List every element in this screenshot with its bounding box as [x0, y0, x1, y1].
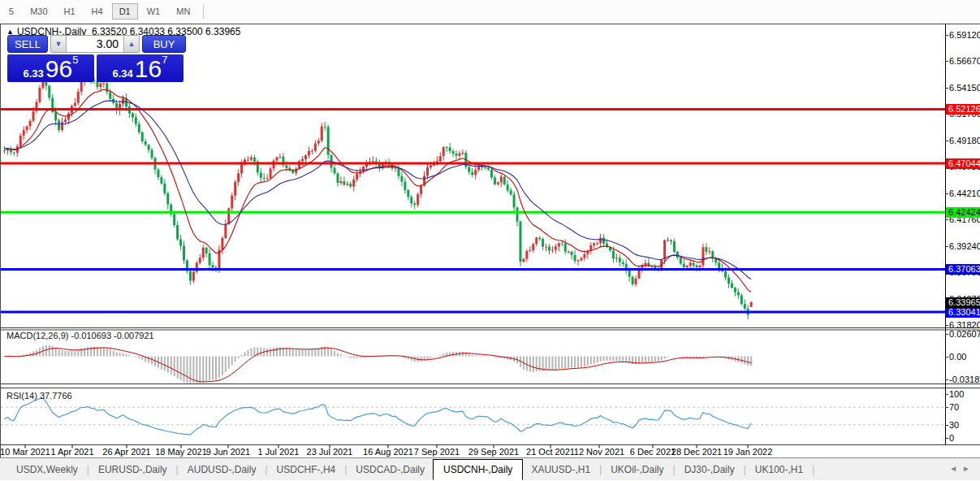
- tab-scroll-left-icon[interactable]: ◄: [949, 464, 962, 473]
- buy-price-pip-digit: 7: [162, 56, 167, 64]
- date-tick-23-jul-2021: 23 Jul 2021: [307, 447, 353, 457]
- axis-tick: [945, 61, 948, 62]
- level-price-label-6.42424: 6.42424: [946, 207, 980, 218]
- price-tick-6.39240: 6.39240: [949, 241, 980, 251]
- chart-tabs: USDX,Weekly|EURUSD-,Daily|AUDUSD-,Daily|…: [8, 459, 815, 480]
- sell-price-prefix: 6.33: [24, 67, 44, 80]
- volume-input[interactable]: 3.00: [66, 36, 124, 52]
- sell-price-pip-digit: 5: [72, 56, 78, 64]
- timeframe-button-d1[interactable]: D1: [112, 3, 138, 20]
- date-tick-16-aug-2021: 16 Aug 2021: [363, 447, 413, 457]
- rsi-tick-30: 30: [949, 420, 959, 430]
- date-tick-6-dec-2021: 6 Dec 2021: [630, 447, 676, 457]
- rsi-tick-0: 0: [949, 433, 954, 443]
- macd-tick-0.00: 0.00: [949, 352, 966, 362]
- volume-spinner: ▼ 3.00 ▲: [50, 35, 140, 53]
- level-price-label-6.33041: 6.33041: [946, 307, 980, 318]
- date-tick-28-dec-2021: 28 Dec 2021: [671, 447, 722, 457]
- axis-tick: [945, 407, 948, 408]
- toolbar-separator: [203, 5, 204, 19]
- rsi-tick-100: 100: [949, 389, 964, 399]
- chart-tab-uk100-h1[interactable]: UK100-,H1: [747, 461, 811, 479]
- timeframe-buttons: 5M30H1H4D1W1MN: [1, 3, 198, 20]
- axis-tick: [945, 394, 948, 395]
- chart-tab-xauusd-h1[interactable]: XAUUSD-,H1: [523, 461, 598, 479]
- price-tick-6.49180: 6.49180: [949, 136, 980, 145]
- chart-tab-eurusd-daily[interactable]: EURUSD-,Daily: [90, 461, 175, 479]
- rsi-tick-70: 70: [949, 402, 959, 412]
- date-tick-1-apr-2021: 1 Apr 2021: [50, 447, 93, 457]
- buy-button[interactable]: BUY: [142, 35, 186, 53]
- date-tick-29-sep-2021: 29 Sep 2021: [468, 447, 519, 457]
- level-price-label-6.52126: 6.52126: [946, 104, 980, 115]
- chart-tab-usdchf-h4[interactable]: USDCHF-,H4: [269, 461, 344, 479]
- axis-tick: [945, 35, 948, 36]
- axis-tick: [945, 357, 948, 358]
- mt4-terminal: 5M30H1H4D1W1MN ▲USDCNH-,Daily 6.33520 6.…: [0, 0, 980, 481]
- tab-scroll-arrows: ◄►: [949, 464, 975, 473]
- date-tick-10-mar-2021: 10 Mar 2021: [0, 447, 50, 457]
- price-scale[interactable]: 6.591206.566706.541506.517006.491806.467…: [946, 24, 980, 458]
- timeframe-toolbar: 5M30H1H4D1W1MN: [0, 0, 980, 23]
- tab-separator: |: [811, 464, 815, 475]
- date-tick-21-oct-2021: 21 Oct 2021: [526, 447, 575, 457]
- one-click-trade-widget: SELL ▼ 3.00 ▲ BUY 6.33 96 5 6.34 16 7: [7, 35, 186, 82]
- macd-tick--0.03187: -0.03187: [949, 375, 980, 384]
- date-tick-7-sep-2021: 7 Sep 2021: [414, 447, 460, 457]
- timeframe-button-5[interactable]: 5: [2, 3, 21, 20]
- axis-tick: [945, 325, 948, 326]
- axis-tick: [945, 141, 948, 141]
- chart-tab-usdcnh-daily[interactable]: USDCNH-,Daily: [433, 459, 523, 480]
- date-tick-1-jul-2021: 1 Jul 2021: [258, 447, 300, 457]
- date-tick-12-nov-2021: 12 Nov 2021: [574, 447, 624, 457]
- chart-window[interactable]: ▲USDCNH-,Daily 6.33520 6.34033 6.33500 6…: [0, 24, 980, 457]
- tab-scroll-right-icon[interactable]: ►: [962, 464, 975, 473]
- date-tick-9-jun-2021: 9 Jun 2021: [206, 447, 250, 457]
- price-tick-6.54150: 6.54150: [949, 83, 980, 93]
- buy-price-display[interactable]: 6.34 16 7: [97, 54, 183, 82]
- level-price-label-6.47044: 6.47044: [946, 158, 980, 169]
- buy-price-prefix: 6.34: [113, 67, 133, 80]
- rsi-legend: RSI(14) 37.7766: [6, 391, 72, 401]
- axis-tick: [945, 219, 948, 220]
- timeframe-button-w1[interactable]: W1: [140, 3, 168, 20]
- date-tick-18-may-2021: 18 May 2021: [155, 447, 207, 457]
- volume-decrease-button[interactable]: ▼: [51, 36, 66, 52]
- axis-tick: [945, 334, 948, 335]
- chart-tab-dj30-daily[interactable]: DJ30-,Daily: [676, 461, 743, 479]
- price-tick-6.44210: 6.44210: [949, 188, 980, 198]
- axis-tick: [945, 425, 948, 426]
- current-price-label: 6.33965: [946, 297, 980, 308]
- timeframe-button-mn[interactable]: MN: [169, 3, 197, 20]
- macd-tick-0.02607: 0.02607: [949, 329, 980, 339]
- level-price-label-6.37063: 6.37063: [946, 264, 980, 275]
- volume-increase-button[interactable]: ▲: [124, 36, 139, 52]
- price-chart-canvas[interactable]: [1, 24, 980, 458]
- chart-tab-ukoil-daily[interactable]: UKOil-,Daily: [602, 461, 671, 479]
- axis-tick: [945, 438, 948, 439]
- axis-tick: [945, 379, 948, 380]
- chart-tab-bar: USDX,Weekly|EURUSD-,Daily|AUDUSD-,Daily|…: [0, 457, 980, 480]
- chart-tab-audusd-daily[interactable]: AUDUSD-,Daily: [179, 461, 265, 479]
- axis-tick: [945, 246, 948, 247]
- sell-price-big-digits: 96: [45, 58, 72, 80]
- chart-tab-usdx-weekly[interactable]: USDX,Weekly: [8, 461, 86, 479]
- timeframe-button-h1[interactable]: H1: [57, 3, 83, 20]
- sell-price-display[interactable]: 6.33 96 5: [7, 54, 94, 82]
- timeframe-button-h4[interactable]: H4: [84, 3, 110, 20]
- date-tick-19-jan-2022: 19 Jan 2022: [723, 447, 773, 457]
- chart-tab-usdcad-daily[interactable]: USDCAD-,Daily: [348, 461, 433, 479]
- axis-tick: [945, 193, 948, 194]
- axis-tick: [945, 88, 948, 89]
- price-tick-6.56670: 6.56670: [949, 56, 980, 66]
- timeframe-button-m30[interactable]: M30: [23, 3, 54, 20]
- sell-button[interactable]: SELL: [7, 35, 48, 53]
- buy-price-big-digits: 16: [135, 58, 162, 80]
- macd-legend: MACD(12,26,9) -0.010693 -0.007921: [6, 331, 154, 340]
- date-tick-26-apr-2021: 26 Apr 2021: [102, 447, 150, 457]
- price-tick-6.59120: 6.59120: [949, 30, 980, 40]
